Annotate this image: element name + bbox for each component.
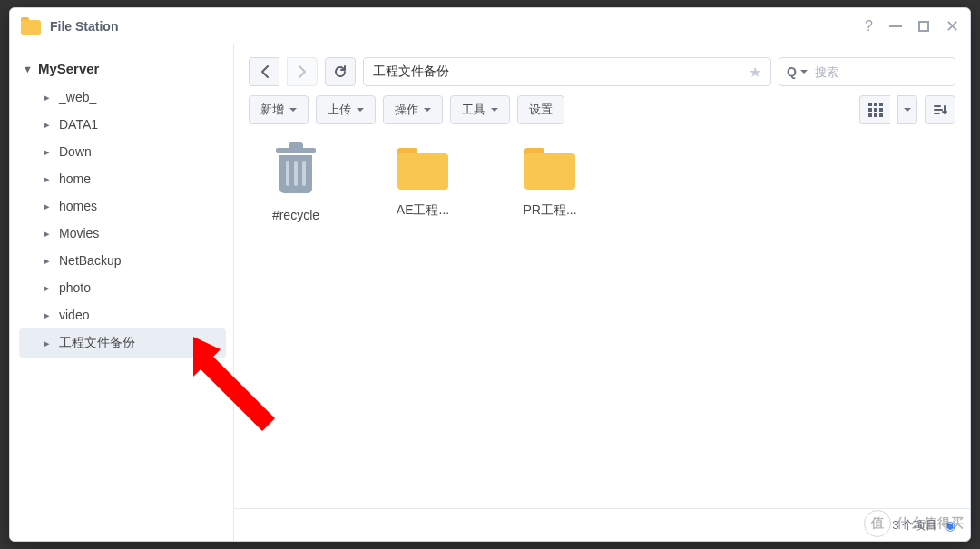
app-folder-icon — [21, 17, 41, 35]
chevron-right-icon: ▸ — [44, 338, 52, 349]
view-options-button[interactable] — [897, 95, 917, 124]
chevron-right-icon: ▸ — [44, 146, 52, 158]
file-label: #recycle — [272, 208, 319, 222]
titlebar: File Station ? ✕ — [10, 8, 970, 44]
search-options-icon[interactable] — [800, 70, 808, 77]
folder-icon — [397, 148, 448, 190]
main-panel: ★ Q 新增 上传 操作 工具 设置 — [234, 44, 970, 541]
chevron-right-icon: ▸ — [44, 282, 52, 294]
status-bar: 3 个项目 ◉ — [234, 508, 970, 541]
sidebar-item-5[interactable]: ▸Movies — [19, 220, 226, 247]
sidebar-item-label: NetBackup — [59, 253, 121, 268]
search-icon: Q — [787, 64, 797, 79]
sidebar-item-4[interactable]: ▸homes — [19, 192, 226, 220]
tree-root[interactable]: ▼ MyServer — [19, 57, 226, 83]
refresh-button[interactable] — [325, 57, 356, 86]
folder-icon — [524, 148, 575, 190]
minimize-button[interactable] — [889, 25, 902, 27]
sidebar-item-label: 工程文件备份 — [59, 335, 135, 351]
close-button[interactable]: ✕ — [946, 18, 959, 34]
file-item-1[interactable]: AE工程... — [377, 148, 468, 222]
tools-button[interactable]: 工具 — [450, 95, 510, 124]
app-title: File Station — [50, 19, 118, 34]
sidebar-item-label: _web_ — [59, 90, 96, 104]
maximize-button[interactable] — [918, 21, 929, 32]
upload-button[interactable]: 上传 — [316, 95, 376, 124]
chevron-right-icon: ▸ — [44, 228, 52, 240]
new-button[interactable]: 新增 — [249, 95, 309, 124]
sidebar-item-label: Down — [59, 144, 92, 159]
watermark: 值 什么值得买 — [864, 510, 965, 537]
files-area[interactable]: #recycleAE工程...PR工程... — [234, 124, 970, 508]
chevron-right-icon: ▸ — [44, 173, 52, 185]
sidebar: ▼ MyServer ▸_web_▸DATA1▸Down▸home▸homes▸… — [10, 44, 234, 541]
chevron-right-icon: ▸ — [44, 119, 52, 131]
sidebar-item-label: photo — [59, 280, 91, 295]
file-item-0[interactable]: #recycle — [250, 148, 341, 222]
sidebar-item-1[interactable]: ▸DATA1 — [19, 111, 226, 138]
sidebar-item-7[interactable]: ▸photo — [19, 274, 226, 301]
file-label: AE工程... — [397, 202, 449, 219]
chevron-down-icon: ▼ — [23, 64, 33, 74]
recycle-bin-icon — [275, 148, 317, 195]
path-box[interactable]: ★ — [363, 57, 771, 86]
root-label: MyServer — [38, 61, 100, 76]
file-label: PR工程... — [523, 202, 576, 219]
sidebar-item-label: Movies — [59, 226, 99, 240]
settings-button[interactable]: 设置 — [517, 95, 564, 124]
sort-icon — [933, 103, 947, 116]
nav-forward-button[interactable] — [287, 57, 318, 86]
action-button[interactable]: 操作 — [383, 95, 443, 124]
sidebar-item-label: home — [59, 172, 91, 186]
sidebar-item-label: DATA1 — [59, 117, 98, 132]
search-input[interactable] — [815, 65, 967, 79]
sort-button[interactable] — [925, 95, 956, 124]
sidebar-item-2[interactable]: ▸Down — [19, 138, 226, 165]
view-grid-button[interactable] — [859, 95, 890, 124]
sidebar-item-6[interactable]: ▸NetBackup — [19, 247, 226, 274]
chevron-right-icon: ▸ — [44, 255, 52, 267]
sidebar-item-label: homes — [59, 199, 97, 213]
chevron-down-icon — [904, 108, 911, 115]
help-icon[interactable]: ? — [865, 18, 873, 34]
sidebar-item-8[interactable]: ▸video — [19, 301, 226, 328]
file-station-window: File Station ? ✕ ▼ MyServer ▸_web_▸DATA1… — [9, 7, 971, 542]
nav-back-button[interactable] — [249, 57, 279, 86]
sidebar-item-3[interactable]: ▸home — [19, 165, 226, 192]
sidebar-item-label: video — [59, 308, 89, 322]
chevron-right-icon: ▸ — [44, 309, 52, 321]
search-box[interactable]: Q — [779, 57, 956, 86]
favorite-icon[interactable]: ★ — [743, 64, 761, 81]
chevron-right-icon: ▸ — [44, 92, 52, 103]
chevron-right-icon: ▸ — [44, 201, 52, 212]
file-item-2[interactable]: PR工程... — [505, 148, 595, 222]
path-input[interactable] — [373, 64, 743, 79]
sidebar-item-0[interactable]: ▸_web_ — [19, 83, 226, 111]
grid-icon — [868, 103, 883, 117]
sidebar-item-9[interactable]: ▸工程文件备份 — [19, 328, 226, 358]
